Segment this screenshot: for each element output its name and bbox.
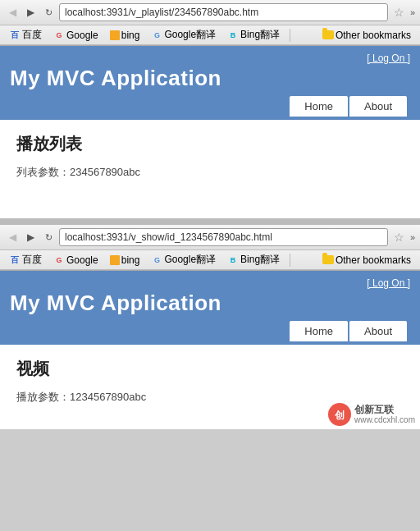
param-value-2: 1234567890abc: [70, 391, 146, 403]
google-translate-icon-2: G: [151, 254, 162, 266]
log-on-link-1[interactable]: [ Log On ]: [367, 53, 410, 64]
bing-translate-icon-2: B: [227, 254, 239, 266]
bookmark-baidu-1[interactable]: 百 百度: [5, 27, 46, 43]
about-tab-1[interactable]: About: [349, 96, 407, 117]
other-bookmarks-label-1: Other bookmarks: [336, 30, 411, 41]
content-heading-1: 播放列表: [16, 133, 404, 155]
back-button-1[interactable]: ◀: [5, 5, 20, 20]
browser-toolbar-1: ◀ ▶ ↻ ☆ »: [0, 0, 420, 25]
star-button-1[interactable]: ☆: [391, 6, 407, 19]
bookmark-baidu-label-2: 百度: [22, 253, 42, 267]
content-area-1: 播放列表 列表参数：234567890abc: [0, 120, 420, 218]
nav-bar-1: Home About: [10, 96, 410, 117]
bookmarks-sep-2: [290, 254, 290, 267]
menu-button-1[interactable]: »: [410, 7, 415, 17]
app-window-1: [ Log On ] My MVC Application Home About…: [0, 46, 420, 218]
browser-window-1: ◀ ▶ ↻ ☆ » 百 百度 G Google bing G Google翻译: [0, 0, 420, 218]
bookmark-bing-translate-label-2: Bing翻译: [240, 253, 280, 267]
bookmark-bing-1[interactable]: bing: [106, 29, 144, 42]
log-on-area-2: [ Log On ]: [10, 277, 410, 289]
folder-icon-2: [322, 255, 334, 264]
google-translate-icon-1: G: [151, 30, 162, 41]
home-tab-2[interactable]: Home: [290, 321, 348, 341]
other-bookmarks-1[interactable]: Other bookmarks: [318, 29, 415, 42]
other-bookmarks-2[interactable]: Other bookmarks: [318, 254, 415, 267]
bookmark-bing-label-2: bing: [121, 254, 140, 266]
browser-chrome-1: ◀ ▶ ↻ ☆ » 百 百度 G Google bing G Google翻译: [0, 0, 420, 46]
folder-icon-1: [322, 30, 334, 39]
bookmark-baidu-label-1: 百度: [22, 28, 42, 42]
address-bar-2[interactable]: [59, 228, 388, 246]
param-label-1: 列表参数：: [16, 166, 70, 178]
bookmarks-bar-2: 百 百度 G Google bing G Google翻译 B Bing翻译: [0, 250, 420, 270]
bookmark-google-label-2: Google: [66, 254, 98, 266]
google-icon-2: G: [53, 254, 65, 266]
back-button-2[interactable]: ◀: [5, 230, 20, 245]
bookmark-google-translate-label-2: Google翻译: [164, 253, 216, 267]
bing-icon-2: [110, 255, 120, 265]
watermark-subtext: www.cdcxhl.com: [354, 415, 415, 425]
bookmark-bing-translate-2[interactable]: B Bing翻译: [223, 252, 284, 268]
param-label-2: 播放参数：: [16, 391, 70, 403]
app-title-1: My MVC Application: [10, 66, 410, 91]
browser-toolbar-2: ◀ ▶ ↻ ☆ »: [0, 225, 420, 250]
param-value-1: 234567890abc: [70, 166, 140, 178]
bookmark-google-translate-2[interactable]: G Google翻译: [147, 252, 220, 268]
bookmark-bing-2[interactable]: bing: [106, 254, 144, 267]
app-title-2: My MVC Application: [10, 291, 410, 316]
log-on-link-2[interactable]: [ Log On ]: [367, 277, 410, 289]
forward-button-2[interactable]: ▶: [23, 230, 38, 245]
baidu-icon-1: 百: [9, 30, 21, 41]
bookmarks-sep-1: [290, 29, 290, 42]
watermark: 创 创新互联 www.cdcxhl.com: [328, 403, 415, 426]
star-button-2[interactable]: ☆: [391, 231, 407, 244]
content-param-1: 列表参数：234567890abc: [16, 165, 404, 180]
bing-translate-icon-1: B: [227, 30, 239, 41]
bookmark-google-2[interactable]: G Google: [49, 254, 103, 267]
browser-window-2: ◀ ▶ ↻ ☆ » 百 百度 G Google bing G Google翻译: [0, 225, 420, 429]
bookmark-baidu-2[interactable]: 百 百度: [5, 252, 46, 268]
address-bar-1[interactable]: [59, 3, 388, 21]
watermark-text: 创新互联: [354, 404, 415, 415]
forward-button-1[interactable]: ▶: [23, 5, 38, 20]
bookmark-bing-translate-label-1: Bing翻译: [240, 28, 280, 42]
menu-button-2[interactable]: »: [410, 232, 415, 242]
browser-separator: [0, 218, 420, 225]
google-icon-1: G: [53, 30, 65, 41]
log-on-area-1: [ Log On ]: [10, 53, 410, 64]
app-header-1: [ Log On ] My MVC Application Home About: [0, 46, 420, 120]
bookmark-bing-translate-1[interactable]: B Bing翻译: [223, 27, 284, 43]
bookmark-google-label-1: Google: [66, 30, 98, 41]
reload-button-1[interactable]: ↻: [41, 5, 56, 20]
bing-icon-1: [110, 30, 120, 40]
nav-bar-2: Home About: [10, 321, 410, 341]
bookmark-bing-label-1: bing: [121, 30, 140, 41]
bookmarks-bar-1: 百 百度 G Google bing G Google翻译 B Bing翻译: [0, 25, 420, 45]
bookmark-google-1[interactable]: G Google: [49, 29, 103, 42]
browser-chrome-2: ◀ ▶ ↻ ☆ » 百 百度 G Google bing G Google翻译: [0, 225, 420, 271]
reload-button-2[interactable]: ↻: [41, 230, 56, 245]
watermark-logo: 创: [328, 403, 351, 426]
home-tab-1[interactable]: Home: [290, 96, 348, 117]
baidu-icon-2: 百: [9, 254, 21, 266]
content-heading-2: 视频: [16, 358, 404, 380]
other-bookmarks-label-2: Other bookmarks: [336, 254, 411, 266]
bookmark-google-translate-label-1: Google翻译: [164, 28, 216, 42]
about-tab-2[interactable]: About: [349, 321, 407, 341]
svg-text:创: 创: [334, 410, 345, 421]
bookmark-google-translate-1[interactable]: G Google翻译: [147, 27, 220, 43]
app-header-2: [ Log On ] My MVC Application Home About: [0, 271, 420, 345]
